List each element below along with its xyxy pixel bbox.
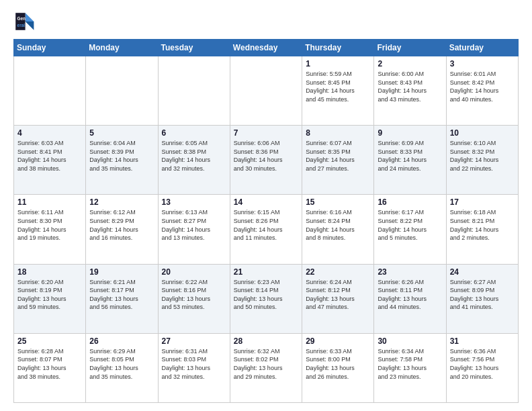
- day-info: Sunrise: 6:16 AM Sunset: 8:24 PM Dayligh…: [306, 208, 370, 242]
- day-number: 22: [306, 267, 370, 277]
- page: Gen eral SundayMondayTuesdayWednesdayThu…: [0, 0, 532, 411]
- day-number: 16: [378, 197, 442, 207]
- day-info: Sunrise: 6:33 AM Sunset: 8:00 PM Dayligh…: [306, 347, 370, 381]
- calendar-cell: 20Sunrise: 6:22 AM Sunset: 8:16 PM Dayli…: [158, 264, 230, 333]
- day-info: Sunrise: 6:04 AM Sunset: 8:39 PM Dayligh…: [89, 139, 154, 173]
- calendar-week-row: 11Sunrise: 6:11 AM Sunset: 8:30 PM Dayli…: [14, 195, 519, 264]
- calendar-cell: 10Sunrise: 6:10 AM Sunset: 8:32 PM Dayli…: [446, 126, 518, 195]
- day-number: 20: [162, 267, 226, 277]
- day-info: Sunrise: 6:10 AM Sunset: 8:32 PM Dayligh…: [450, 139, 515, 173]
- calendar-cell: 24Sunrise: 6:27 AM Sunset: 8:09 PM Dayli…: [446, 264, 518, 333]
- calendar-cell: 7Sunrise: 6:06 AM Sunset: 8:36 PM Daylig…: [230, 126, 302, 195]
- calendar-cell: 14Sunrise: 6:15 AM Sunset: 8:26 PM Dayli…: [230, 195, 302, 264]
- calendar-cell: 21Sunrise: 6:23 AM Sunset: 8:14 PM Dayli…: [230, 264, 302, 333]
- day-number: 24: [450, 267, 515, 277]
- day-number: 11: [17, 197, 82, 207]
- day-info: Sunrise: 6:06 AM Sunset: 8:36 PM Dayligh…: [234, 139, 298, 173]
- calendar-week-row: 18Sunrise: 6:20 AM Sunset: 8:19 PM Dayli…: [14, 264, 519, 333]
- weekday-header: Tuesday: [158, 40, 230, 56]
- calendar-cell: 27Sunrise: 6:31 AM Sunset: 8:03 PM Dayli…: [158, 333, 230, 402]
- calendar-cell: 16Sunrise: 6:17 AM Sunset: 8:22 PM Dayli…: [374, 195, 446, 264]
- day-number: 8: [306, 128, 370, 138]
- calendar-cell: [86, 56, 158, 126]
- day-info: Sunrise: 6:17 AM Sunset: 8:22 PM Dayligh…: [378, 208, 442, 242]
- day-info: Sunrise: 6:03 AM Sunset: 8:41 PM Dayligh…: [17, 139, 82, 173]
- day-number: 3: [450, 59, 515, 68]
- calendar-cell: 19Sunrise: 6:21 AM Sunset: 8:17 PM Dayli…: [86, 264, 158, 333]
- weekday-header: Saturday: [446, 40, 518, 56]
- day-number: 4: [17, 128, 82, 138]
- svg-text:Gen: Gen: [17, 16, 26, 21]
- svg-marker-0: [26, 13, 34, 21]
- calendar-cell: 15Sunrise: 6:16 AM Sunset: 8:24 PM Dayli…: [302, 195, 374, 264]
- calendar-cell: 26Sunrise: 6:29 AM Sunset: 8:05 PM Dayli…: [86, 333, 158, 402]
- weekday-header: Thursday: [302, 40, 374, 56]
- calendar-cell: 2Sunrise: 6:00 AM Sunset: 8:43 PM Daylig…: [374, 56, 446, 126]
- day-number: 14: [234, 197, 298, 207]
- calendar-week-row: 4Sunrise: 6:03 AM Sunset: 8:41 PM Daylig…: [14, 126, 519, 195]
- calendar-cell: 5Sunrise: 6:04 AM Sunset: 8:39 PM Daylig…: [86, 126, 158, 195]
- day-info: Sunrise: 6:18 AM Sunset: 8:21 PM Dayligh…: [450, 208, 515, 242]
- day-info: Sunrise: 6:21 AM Sunset: 8:17 PM Dayligh…: [89, 278, 154, 312]
- day-info: Sunrise: 6:13 AM Sunset: 8:27 PM Dayligh…: [162, 208, 226, 242]
- weekday-header: Friday: [374, 40, 446, 56]
- calendar-cell: 23Sunrise: 6:26 AM Sunset: 8:11 PM Dayli…: [374, 264, 446, 333]
- calendar-cell: 30Sunrise: 6:34 AM Sunset: 7:58 PM Dayli…: [374, 333, 446, 402]
- logo-icon: Gen eral: [13, 11, 35, 32]
- weekday-header: Monday: [86, 40, 158, 56]
- calendar-cell: 18Sunrise: 6:20 AM Sunset: 8:19 PM Dayli…: [14, 264, 86, 333]
- day-number: 19: [89, 267, 154, 277]
- calendar-cell: 28Sunrise: 6:32 AM Sunset: 8:02 PM Dayli…: [230, 333, 302, 402]
- day-number: 30: [378, 336, 442, 346]
- day-info: Sunrise: 6:07 AM Sunset: 8:35 PM Dayligh…: [306, 139, 370, 173]
- day-number: 10: [450, 128, 515, 138]
- day-info: Sunrise: 6:11 AM Sunset: 8:30 PM Dayligh…: [17, 208, 82, 242]
- day-number: 31: [450, 336, 515, 346]
- day-number: 26: [89, 336, 154, 346]
- calendar-cell: 4Sunrise: 6:03 AM Sunset: 8:41 PM Daylig…: [14, 126, 86, 195]
- day-info: Sunrise: 6:15 AM Sunset: 8:26 PM Dayligh…: [234, 208, 298, 242]
- header: Gen eral: [13, 11, 519, 32]
- calendar-table: SundayMondayTuesdayWednesdayThursdayFrid…: [13, 39, 519, 403]
- day-info: Sunrise: 6:34 AM Sunset: 7:58 PM Dayligh…: [378, 347, 442, 381]
- day-number: 18: [17, 267, 82, 277]
- day-info: Sunrise: 6:20 AM Sunset: 8:19 PM Dayligh…: [17, 278, 82, 312]
- calendar-cell: 17Sunrise: 6:18 AM Sunset: 8:21 PM Dayli…: [446, 195, 518, 264]
- day-info: Sunrise: 6:32 AM Sunset: 8:02 PM Dayligh…: [234, 347, 298, 381]
- day-info: Sunrise: 6:28 AM Sunset: 8:07 PM Dayligh…: [17, 347, 82, 381]
- day-number: 6: [162, 128, 226, 138]
- calendar-cell: 25Sunrise: 6:28 AM Sunset: 8:07 PM Dayli…: [14, 333, 86, 402]
- weekday-header: Sunday: [14, 40, 86, 56]
- day-number: 27: [162, 336, 226, 346]
- day-number: 12: [89, 197, 154, 207]
- day-info: Sunrise: 6:24 AM Sunset: 8:12 PM Dayligh…: [306, 278, 370, 312]
- day-number: 17: [450, 197, 515, 207]
- day-number: 29: [306, 336, 370, 346]
- day-info: Sunrise: 6:36 AM Sunset: 7:56 PM Dayligh…: [450, 347, 515, 381]
- day-info: Sunrise: 6:09 AM Sunset: 8:33 PM Dayligh…: [378, 139, 442, 173]
- calendar-header-row: SundayMondayTuesdayWednesdayThursdayFrid…: [14, 40, 519, 56]
- day-info: Sunrise: 6:22 AM Sunset: 8:16 PM Dayligh…: [162, 278, 226, 312]
- day-info: Sunrise: 5:59 AM Sunset: 8:45 PM Dayligh…: [306, 70, 370, 103]
- calendar-cell: [14, 56, 86, 126]
- day-info: Sunrise: 6:29 AM Sunset: 8:05 PM Dayligh…: [89, 347, 154, 381]
- calendar-cell: 9Sunrise: 6:09 AM Sunset: 8:33 PM Daylig…: [374, 126, 446, 195]
- calendar-cell: 31Sunrise: 6:36 AM Sunset: 7:56 PM Dayli…: [446, 333, 518, 402]
- day-number: 5: [89, 128, 154, 138]
- day-info: Sunrise: 6:31 AM Sunset: 8:03 PM Dayligh…: [162, 347, 226, 381]
- calendar-cell: [158, 56, 230, 126]
- svg-text:eral: eral: [17, 23, 26, 28]
- logo: Gen eral: [13, 11, 38, 32]
- day-number: 2: [378, 59, 442, 68]
- day-number: 9: [378, 128, 442, 138]
- calendar-cell: 3Sunrise: 6:01 AM Sunset: 8:42 PM Daylig…: [446, 56, 518, 126]
- svg-marker-1: [26, 21, 34, 30]
- calendar-cell: [230, 56, 302, 126]
- day-info: Sunrise: 6:05 AM Sunset: 8:38 PM Dayligh…: [162, 139, 226, 173]
- day-number: 13: [162, 197, 226, 207]
- calendar-cell: 8Sunrise: 6:07 AM Sunset: 8:35 PM Daylig…: [302, 126, 374, 195]
- day-number: 23: [378, 267, 442, 277]
- day-info: Sunrise: 6:23 AM Sunset: 8:14 PM Dayligh…: [234, 278, 298, 312]
- calendar-cell: 6Sunrise: 6:05 AM Sunset: 8:38 PM Daylig…: [158, 126, 230, 195]
- day-info: Sunrise: 6:00 AM Sunset: 8:43 PM Dayligh…: [378, 70, 442, 103]
